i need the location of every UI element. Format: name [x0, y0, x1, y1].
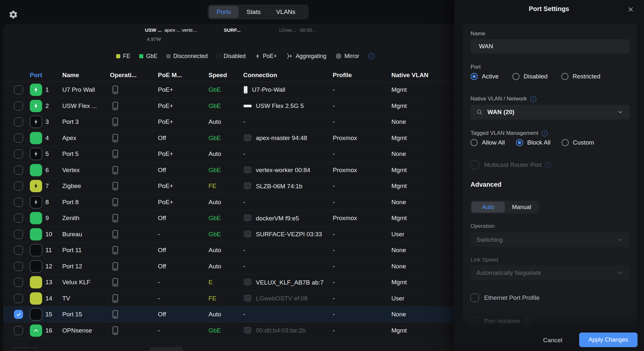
radio-custom[interactable]: Custom — [562, 139, 594, 146]
row-checkbox[interactable] — [14, 230, 23, 239]
bottom-center-partial-button[interactable] — [150, 347, 183, 351]
switch-device-icon — [112, 150, 119, 158]
pagination-partial[interactable] — [13, 347, 38, 351]
column-header-poe-mode[interactable]: PoE M... — [158, 72, 182, 79]
legend-item-disabled: Disabled — [217, 53, 245, 60]
auto-manual-toggle: AutoManual — [471, 201, 539, 214]
port-speed: E — [209, 279, 213, 286]
settings-gear-button[interactable] — [8, 9, 19, 20]
ethernet-profile-checkbox[interactable] — [471, 294, 479, 302]
port-icon-poe-off — [30, 148, 42, 160]
port-icon-active — [30, 164, 42, 176]
switch-icon — [243, 104, 252, 108]
column-header-connection[interactable]: Connection — [243, 72, 277, 79]
column-header-profile[interactable]: Profile — [333, 72, 352, 79]
connection: 00:d0:b4:03:be:2b — [243, 326, 305, 334]
port-number: 15 — [45, 311, 52, 318]
tab-ports[interactable]: Ports — [209, 6, 239, 18]
row-checkbox[interactable] — [14, 166, 23, 175]
port-icon-poe-off — [30, 116, 42, 128]
port-speed: Auto — [209, 311, 221, 318]
column-header-speed[interactable]: Speed — [209, 72, 227, 79]
column-header-port[interactable]: Port — [30, 72, 42, 79]
port-number: 3 — [45, 118, 49, 125]
row-checkbox[interactable] — [14, 198, 23, 207]
row-checkbox[interactable] — [14, 326, 23, 335]
ethernet-profile-label: Ethernet Port Profile — [484, 294, 540, 301]
check-icon — [16, 312, 21, 317]
gear-icon — [8, 10, 18, 19]
apply-changes-button[interactable]: Apply Changes — [579, 333, 638, 347]
link-speed-value: Automatically Negotiate — [476, 269, 541, 276]
operation-device-icon — [112, 294, 119, 303]
radio-active[interactable]: Active — [471, 73, 499, 80]
row-checkbox[interactable] — [14, 149, 23, 158]
poe-bolt-icon — [33, 183, 39, 189]
ethernet-port-profile-checkbox-row[interactable]: Ethernet Port Profile — [471, 294, 540, 302]
pagination-next-button[interactable] — [26, 347, 38, 351]
port-number: 10 — [45, 231, 52, 238]
toggle-auto[interactable]: Auto — [471, 202, 505, 213]
column-header-operation[interactable]: Operati... — [110, 72, 137, 79]
port-status-icon — [30, 164, 42, 176]
port-speed: GbE — [209, 135, 221, 142]
radio-circle-icon — [516, 139, 523, 146]
port-name: Apex — [62, 135, 76, 142]
column-header-name[interactable]: Name — [62, 72, 79, 79]
radio-allow-all[interactable]: Allow All — [471, 139, 505, 146]
port-number: 14 — [45, 295, 52, 302]
row-checkbox[interactable] — [14, 101, 23, 111]
radio-circle-icon — [471, 73, 478, 80]
multicast-checkbox[interactable] — [471, 161, 479, 169]
row-checkbox[interactable] — [14, 310, 23, 319]
row-checkbox[interactable] — [14, 117, 23, 126]
radio-disabled[interactable]: Disabled — [512, 73, 548, 80]
native-vlan: None — [391, 247, 406, 254]
switch-device-icon — [112, 134, 119, 142]
tab-stats[interactable]: Stats — [239, 6, 268, 18]
info-icon[interactable]: i — [542, 130, 548, 136]
name-input[interactable]: WAN — [471, 39, 629, 53]
native-vlan: Mgmt — [391, 135, 407, 142]
row-checkbox[interactable] — [14, 134, 23, 143]
row-checkbox[interactable] — [14, 262, 23, 271]
info-icon[interactable]: i — [530, 96, 536, 102]
connection: U7-Pro-Wall — [243, 86, 285, 94]
port-name: Vertex — [62, 167, 80, 174]
link-speed-select[interactable]: Automatically Negotiate — [471, 265, 629, 280]
poe-mode: PoE+ — [158, 199, 173, 206]
tab-vlans[interactable]: VLANs — [268, 6, 303, 18]
toggle-manual[interactable]: Manual — [505, 202, 538, 213]
host-icon — [243, 294, 252, 302]
poe-mode: Off — [158, 311, 166, 318]
row-checkbox[interactable] — [14, 246, 23, 255]
close-panel-button[interactable] — [626, 5, 635, 14]
device-strip-label: apex-... — [164, 27, 181, 33]
operation-select[interactable]: Switching — [471, 232, 629, 247]
pagination-prev-button[interactable] — [13, 347, 26, 351]
port-profile: - — [333, 182, 335, 190]
radio-block-all[interactable]: Block All — [516, 139, 551, 146]
port-number: 16 — [45, 327, 52, 334]
port-speed: GbE — [209, 215, 221, 222]
native-vlan-select[interactable]: WAN (20) — [471, 105, 629, 120]
info-icon[interactable]: i — [368, 53, 375, 59]
switch-device-icon — [112, 326, 119, 335]
row-checkbox[interactable] — [14, 278, 23, 287]
radio-restricted[interactable]: Restricted — [561, 73, 601, 80]
connection: SLZB-06M 74:1b — [243, 182, 303, 190]
cancel-button[interactable]: Cancel — [542, 333, 564, 347]
operation-device-icon — [112, 101, 119, 110]
legend-item-gbe: GbE — [139, 53, 157, 60]
row-checkbox[interactable] — [14, 214, 23, 223]
switch-device-icon — [112, 294, 119, 303]
poe-wattage: 4.97W — [147, 36, 161, 42]
row-checkbox[interactable] — [14, 85, 23, 94]
radio-circle-icon — [561, 73, 568, 80]
row-checkbox[interactable] — [14, 294, 23, 303]
row-checkbox[interactable] — [14, 181, 23, 191]
legend-item-aggregating: Aggregating — [286, 53, 326, 60]
multicast-router-port-checkbox-row[interactable]: Multicast Router Port i — [471, 161, 551, 169]
column-header-native-vlan[interactable]: Native VLAN — [391, 72, 428, 79]
port-icon-active — [30, 212, 42, 224]
